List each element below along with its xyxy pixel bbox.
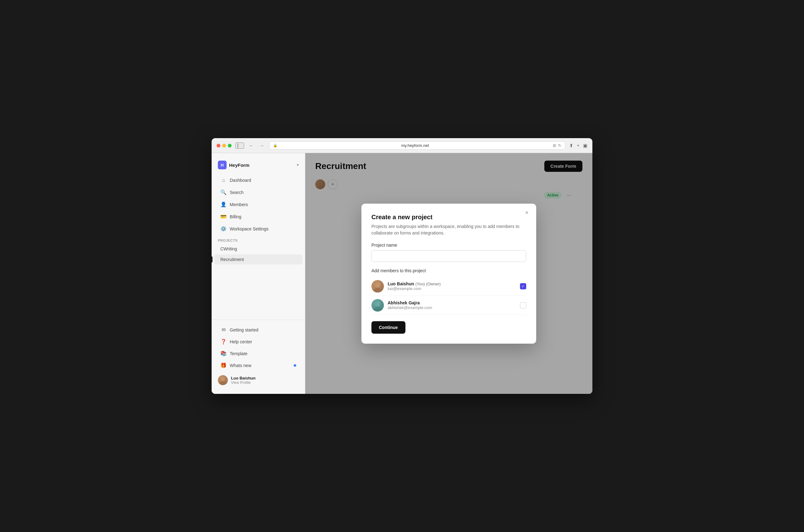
project-name-input[interactable] bbox=[371, 250, 526, 262]
back-button[interactable]: ← bbox=[248, 142, 255, 149]
sidebar-bottom: ✉ Getting started ❓ Help center 📚 Templa… bbox=[212, 320, 305, 389]
member-row-luo: Luo Baishun (You) (Owner) luo@example.co… bbox=[371, 277, 526, 296]
reader-icon: ⊞ bbox=[553, 143, 556, 148]
user-name: Luo Baishun bbox=[231, 376, 256, 380]
projects-section-label: Projects bbox=[212, 235, 305, 244]
modal-title: Create a new project bbox=[371, 214, 526, 221]
settings-icon: ⚙️ bbox=[220, 226, 226, 232]
sidebar-item-label: Template bbox=[230, 351, 248, 356]
main-content: Recruitment Create Form + Active ··· × C… bbox=[305, 153, 592, 394]
member-details-luo: Luo Baishun (You) (Owner) luo@example.co… bbox=[388, 281, 516, 291]
traffic-lights bbox=[217, 144, 232, 148]
add-members-label: Add members to this project bbox=[371, 268, 526, 273]
url-text: my.heyform.net bbox=[279, 143, 551, 148]
user-avatar bbox=[218, 375, 228, 385]
sidebar-item-label: Workspace Settings bbox=[230, 226, 269, 231]
member-name-abhishek: Abhishek Gajra bbox=[388, 300, 516, 305]
help-icon: ❓ bbox=[220, 339, 226, 345]
traffic-light-close[interactable] bbox=[217, 144, 220, 148]
template-icon: 📚 bbox=[220, 350, 226, 357]
home-icon: ⌂ bbox=[220, 177, 226, 183]
sidebar-project-cwriting[interactable]: CWriting bbox=[214, 244, 303, 254]
sidebar-item-label: Help center bbox=[230, 339, 252, 344]
sidebar-item-search[interactable]: 🔍 Search bbox=[214, 187, 303, 198]
new-tab-icon[interactable]: ＋ bbox=[576, 142, 581, 148]
sidebar-item-template[interactable]: 📚 Template bbox=[214, 348, 303, 359]
sidebar: H HeyForm ▾ ⌂ Dashboard 🔍 Search 👤 Membe… bbox=[212, 153, 305, 394]
create-project-modal: × Create a new project Projects are subg… bbox=[361, 204, 536, 344]
sidebar-item-label: Dashboard bbox=[230, 178, 251, 183]
search-icon: 🔍 bbox=[220, 189, 226, 195]
project-label: Recruitment bbox=[220, 257, 244, 262]
member-details-abhishek: Abhishek Gajra abhishek@example.com bbox=[388, 300, 516, 310]
member-checkbox-abhishek[interactable] bbox=[520, 302, 526, 308]
billing-icon: 💳 bbox=[220, 214, 226, 220]
browser-chrome: ← → 🔒 my.heyform.net ⊞ ↻ ⬆ ＋ ▣ bbox=[212, 138, 592, 153]
modal-close-button[interactable]: × bbox=[523, 209, 531, 217]
user-sub-label: View Profile bbox=[231, 380, 256, 385]
sidebar-item-dashboard[interactable]: ⌂ Dashboard bbox=[214, 175, 303, 186]
sidebar-item-billing[interactable]: 💳 Billing bbox=[214, 211, 303, 222]
lock-icon: 🔒 bbox=[273, 144, 277, 148]
sidebar-project-recruitment[interactable]: Recruitment bbox=[214, 254, 303, 264]
whats-new-icon: 🎁 bbox=[220, 362, 226, 368]
continue-button[interactable]: Continue bbox=[371, 321, 405, 334]
sidebar-item-workspace-settings[interactable]: ⚙️ Workspace Settings bbox=[214, 223, 303, 234]
whats-new-badge bbox=[294, 364, 296, 367]
sidebar-item-label: Search bbox=[230, 190, 243, 195]
member-email-abhishek: abhishek@example.com bbox=[388, 305, 516, 310]
browser-window: ← → 🔒 my.heyform.net ⊞ ↻ ⬆ ＋ ▣ H HeyForm… bbox=[212, 138, 592, 394]
app-container: H HeyForm ▾ ⌂ Dashboard 🔍 Search 👤 Membe… bbox=[212, 153, 592, 394]
tabs-icon[interactable]: ▣ bbox=[583, 143, 587, 148]
user-info: Luo Baishun View Profile bbox=[231, 376, 256, 385]
member-row-abhishek: Abhishek Gajra abhishek@example.com bbox=[371, 296, 526, 315]
svg-point-5 bbox=[373, 307, 382, 311]
member-checkbox-luo[interactable] bbox=[520, 283, 526, 289]
sidebar-item-getting-started[interactable]: ✉ Getting started bbox=[214, 324, 303, 336]
sidebar-item-members[interactable]: 👤 Members bbox=[214, 198, 303, 210]
reload-icon[interactable]: ↻ bbox=[558, 143, 562, 148]
svg-point-2 bbox=[375, 282, 381, 287]
svg-point-3 bbox=[373, 288, 382, 292]
sidebar-item-label: Whats new bbox=[230, 363, 251, 368]
member-name-luo: Luo Baishun (You) (Owner) bbox=[388, 281, 516, 286]
traffic-light-maximize[interactable] bbox=[228, 144, 232, 148]
sidebar-item-label: Billing bbox=[230, 214, 241, 219]
sidebar-item-label: Members bbox=[230, 202, 248, 207]
traffic-light-minimize[interactable] bbox=[222, 144, 226, 148]
member-avatar-abhishek bbox=[371, 299, 384, 311]
workspace-name-area[interactable]: H HeyForm bbox=[218, 160, 249, 169]
modal-overlay: × Create a new project Projects are subg… bbox=[305, 153, 592, 394]
sidebar-toggle-btn[interactable] bbox=[235, 142, 244, 149]
modal-description: Projects are subgroups within a workspac… bbox=[371, 223, 526, 236]
share-icon[interactable]: ⬆ bbox=[569, 143, 573, 148]
svg-point-1 bbox=[219, 381, 226, 385]
svg-point-4 bbox=[375, 301, 381, 306]
svg-point-0 bbox=[221, 377, 225, 381]
workspace-label: HeyForm bbox=[229, 163, 249, 168]
getting-started-icon: ✉ bbox=[220, 327, 226, 333]
user-profile[interactable]: Luo Baishun View Profile bbox=[212, 372, 305, 389]
address-bar[interactable]: 🔒 my.heyform.net ⊞ ↻ bbox=[269, 141, 566, 150]
project-label: CWriting bbox=[220, 246, 237, 251]
sidebar-item-label: Getting started bbox=[230, 327, 258, 332]
member-avatar-luo bbox=[371, 280, 384, 292]
sidebar-item-help-center[interactable]: ❓ Help center bbox=[214, 336, 303, 347]
workspace-header: H HeyForm ▾ bbox=[212, 158, 305, 174]
workspace-chevron-icon[interactable]: ▾ bbox=[297, 163, 299, 167]
workspace-avatar: H bbox=[218, 160, 226, 169]
project-name-label: Project name bbox=[371, 243, 526, 248]
members-icon: 👤 bbox=[220, 202, 226, 207]
member-tags-luo: (You) (Owner) bbox=[416, 282, 441, 286]
forward-button[interactable]: → bbox=[258, 142, 265, 149]
sidebar-item-whats-new[interactable]: 🎁 Whats new bbox=[214, 360, 303, 371]
browser-actions: ⬆ ＋ ▣ bbox=[569, 142, 587, 148]
member-email-luo: luo@example.com bbox=[388, 286, 516, 291]
